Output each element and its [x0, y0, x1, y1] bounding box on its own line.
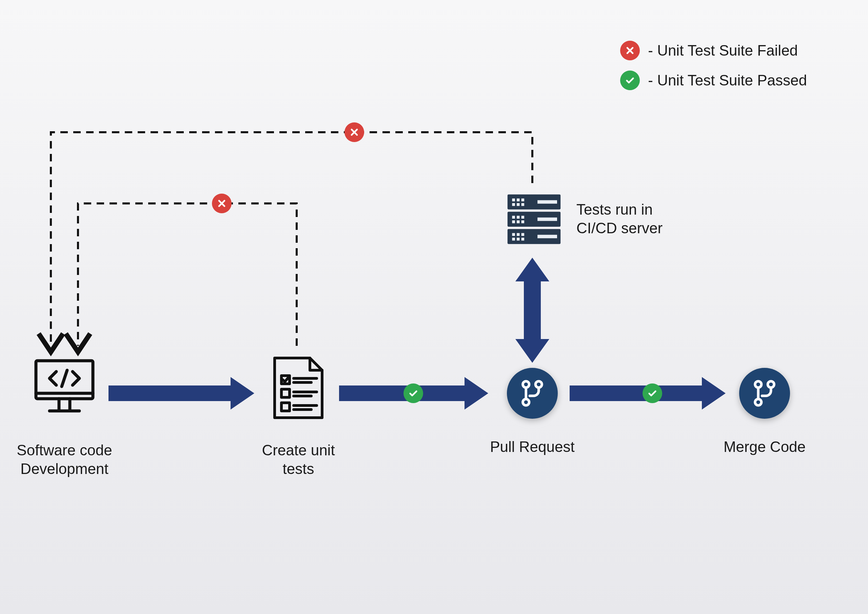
svg-rect-44	[517, 238, 520, 241]
git-branch-icon	[517, 378, 547, 409]
diagram-canvas: - Unit Test Suite Failed - Unit Test Sui…	[0, 0, 868, 614]
svg-line-9	[62, 370, 67, 386]
git-merge-icon	[749, 378, 780, 409]
svg-rect-46	[538, 200, 557, 204]
svg-rect-34	[512, 216, 515, 219]
fail-badge-top	[344, 122, 364, 142]
svg-rect-36	[521, 216, 524, 219]
svg-rect-45	[521, 238, 524, 241]
svg-rect-38	[517, 220, 520, 223]
pr-label: Pull Request	[488, 437, 577, 456]
svg-marker-3	[515, 258, 549, 363]
svg-rect-47	[538, 218, 557, 221]
svg-rect-30	[521, 198, 524, 202]
dashed-ci-to-dev	[51, 132, 532, 346]
svg-rect-43	[512, 238, 515, 241]
create-label: Create unit tests	[251, 441, 346, 478]
fail-badge-inner	[212, 194, 232, 213]
pass-badge-1	[403, 383, 423, 403]
pull-request-node	[507, 368, 558, 419]
server-icon	[505, 193, 563, 249]
connectors	[0, 0, 868, 614]
ci-label: Tests run in CI/CD server	[577, 200, 671, 237]
svg-rect-40	[512, 233, 515, 236]
svg-rect-48	[538, 235, 557, 238]
svg-rect-39	[521, 220, 524, 223]
svg-rect-31	[512, 203, 515, 206]
svg-rect-41	[517, 233, 520, 236]
dev-icon	[31, 353, 98, 422]
merge-label: Merge Code	[719, 437, 811, 456]
svg-rect-32	[517, 203, 520, 206]
svg-rect-33	[521, 203, 524, 206]
svg-rect-29	[517, 198, 520, 202]
svg-rect-35	[517, 216, 520, 219]
svg-rect-28	[512, 198, 515, 202]
svg-rect-13	[281, 389, 290, 397]
arrow-dev-to-create	[108, 377, 254, 409]
svg-rect-42	[521, 233, 524, 236]
merge-node	[739, 368, 790, 419]
dev-label: Software code Development	[14, 441, 115, 478]
pass-badge-2	[643, 383, 662, 403]
svg-marker-0	[108, 377, 254, 409]
arrow-ci-to-pr	[515, 258, 549, 363]
svg-rect-37	[512, 220, 515, 223]
dashed-create-to-dev	[78, 203, 297, 346]
svg-rect-16	[281, 403, 290, 411]
checklist-icon	[268, 353, 329, 425]
